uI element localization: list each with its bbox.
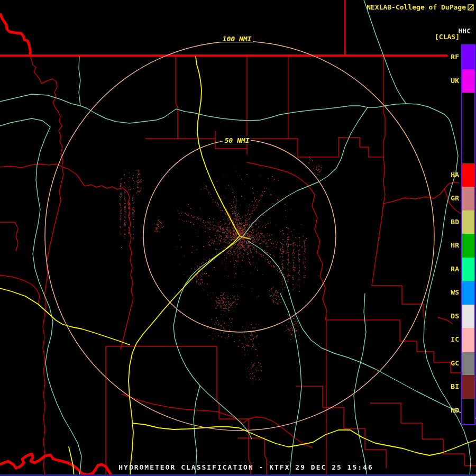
colorbar-cell-UK bbox=[462, 69, 474, 93]
state-boundaries bbox=[0, 0, 447, 476]
colorbar-label-RA: RA bbox=[441, 265, 459, 273]
colorbar-label-HR: HR bbox=[441, 241, 459, 250]
status-bar: HYDROMETEOR CLASSIFICATION - KTFX 29 DEC… bbox=[16, 463, 476, 471]
colorbar-cell-blank bbox=[462, 116, 474, 140]
colorbar-cell-BD bbox=[462, 210, 474, 234]
colorbar-label-WS: WS bbox=[441, 288, 459, 297]
colorbar-cell-GR bbox=[462, 187, 474, 210]
service-mark-icon bbox=[468, 4, 474, 11]
colorbar-cell-BI bbox=[462, 375, 474, 399]
colorbar-label-BD: BD bbox=[441, 218, 459, 226]
range-label-100nmi: 100 NMI bbox=[221, 35, 253, 43]
colorbar-label-IC: IC bbox=[441, 335, 459, 344]
colorbar-cell-HR bbox=[462, 234, 474, 258]
colorbar-label-GR: GR bbox=[441, 194, 459, 203]
county-boundaries bbox=[0, 56, 476, 476]
range-label-50nmi: 50 NMI bbox=[223, 136, 251, 144]
colorbar-cell-RF bbox=[462, 45, 474, 69]
radar-screen: NEXLAB-College of DuPage HHC [CLAS] 100 … bbox=[0, 0, 476, 476]
colorbar-cell-HA bbox=[462, 163, 474, 187]
colorbar-label-DS: DS bbox=[441, 312, 459, 321]
colorbar-label-HA: HA bbox=[441, 171, 459, 179]
product-mode-tag: [CLAS] bbox=[435, 33, 460, 41]
colorbar-label-BI: BI bbox=[441, 382, 459, 391]
colorbar-cell-WS bbox=[462, 281, 474, 305]
site-title: NEXLAB-College of DuPage bbox=[367, 3, 466, 11]
colorbar-cell-blank bbox=[462, 140, 474, 163]
highways bbox=[0, 57, 476, 476]
base-map bbox=[0, 0, 476, 476]
colorbar-label-ND: ND bbox=[441, 406, 459, 415]
colorbar-cell-GC bbox=[462, 352, 474, 376]
colorbar-cell-blank bbox=[462, 93, 474, 116]
colorbar-cell-IC bbox=[462, 328, 474, 352]
colorbar-label-RF: RF bbox=[441, 53, 459, 61]
colorbar-cell-ND bbox=[462, 399, 474, 423]
product-code: HHC bbox=[459, 27, 471, 35]
colorbar-cell-RA bbox=[462, 258, 474, 281]
colorbar-label-GC: GC bbox=[441, 359, 459, 368]
colorbar-cell-DS bbox=[462, 305, 474, 328]
hydrometeor-colorbar bbox=[461, 44, 475, 425]
colorbar-label-UK: UK bbox=[441, 77, 459, 85]
